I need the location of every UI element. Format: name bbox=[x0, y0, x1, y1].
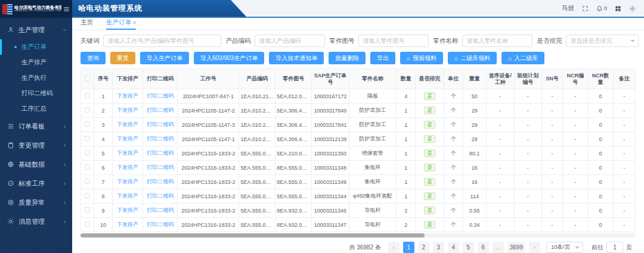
tab-home[interactable]: 主页 bbox=[80, 18, 93, 30]
重置-button[interactable]: 重置 bbox=[110, 52, 135, 64]
sidebar-subitem-生产排产[interactable]: 生产排产 bbox=[0, 55, 72, 70]
导入生产订单-button[interactable]: 导入生产订单 bbox=[140, 52, 189, 64]
row-checkbox[interactable] bbox=[81, 89, 94, 104]
tab-close-icon[interactable]: × bbox=[133, 20, 136, 26]
dispatch-link[interactable]: 下发排产 bbox=[113, 204, 143, 218]
二级库领料-button[interactable]: ⌂二级库领料 bbox=[448, 52, 497, 64]
first-device-cell: - bbox=[486, 175, 514, 189]
查询-button[interactable]: 查询 bbox=[80, 52, 106, 64]
part-no-cell: 8EA.932.0930 bbox=[275, 204, 312, 218]
dispatch-link[interactable]: 下发排产 bbox=[113, 175, 143, 189]
导入技术通知单-button[interactable]: 导入技术通知单 bbox=[269, 52, 324, 64]
sidebar-subitem-生产订单[interactable]: 生产订单 bbox=[0, 39, 72, 55]
sidebar-subitem-工序汇总[interactable]: 工序汇总 bbox=[0, 101, 72, 117]
table-row: 5下发排产打印二维码2024HPC1316-1833-25EA.555.0312… bbox=[81, 146, 636, 161]
print-qrcode-link[interactable]: 打印二维码 bbox=[143, 189, 177, 204]
row-checkbox[interactable] bbox=[81, 189, 94, 204]
print-qrcode-link[interactable]: 打印二维码 bbox=[143, 118, 177, 132]
goto-page-input[interactable] bbox=[606, 242, 623, 253]
print-qrcode-link[interactable]: 打印二维码 bbox=[143, 132, 177, 146]
part-no-cell: 5EA.306.4887 bbox=[275, 104, 312, 118]
print-qrcode-link[interactable]: 打印二维码 bbox=[143, 89, 177, 104]
dispatch-link[interactable]: 下发排产 bbox=[113, 118, 143, 132]
page-button-3[interactable]: 3 bbox=[433, 242, 444, 253]
remark-cell: - bbox=[613, 89, 635, 104]
qty-cell: 1 bbox=[397, 175, 416, 189]
team-plan-no-cell: - bbox=[515, 146, 542, 161]
print-qrcode-link[interactable]: 打印二维码 bbox=[143, 175, 177, 189]
sidebar-subitem-生产执行[interactable]: 生产执行 bbox=[0, 70, 72, 86]
sidebar-item-基础数据[interactable]: 基础数据 bbox=[0, 155, 72, 174]
入二级库-button[interactable]: ⌂入二级库 bbox=[501, 52, 544, 64]
sidebar-item-标准工序[interactable]: 标准工序 bbox=[0, 174, 72, 193]
part-name-cell: 导电杆 bbox=[349, 204, 396, 218]
dispatch-link[interactable]: 下发排产 bbox=[113, 161, 143, 175]
product-code-input[interactable] bbox=[255, 35, 325, 47]
select-all-checkbox[interactable] bbox=[81, 69, 94, 89]
page-button-2[interactable]: 2 bbox=[418, 242, 429, 253]
username[interactable]: 马煜 bbox=[562, 4, 574, 13]
sidebar-item-订单看板[interactable]: 订单看板 bbox=[0, 117, 72, 136]
row-checkbox[interactable] bbox=[81, 218, 94, 232]
part-name-input[interactable] bbox=[462, 35, 532, 47]
table-row: 2下发排产打印二维码2024HPC1105-1147-21EA.010.2091… bbox=[81, 104, 636, 118]
sidebar-subitem-打印二维码[interactable]: 打印二维码 bbox=[0, 86, 72, 101]
row-checkbox[interactable] bbox=[81, 161, 94, 175]
keyword-input[interactable] bbox=[103, 35, 221, 47]
column-header-重量: 重量 bbox=[463, 69, 486, 89]
fullscreen-icon[interactable] bbox=[582, 5, 589, 12]
批量删除-button[interactable]: 批量删除 bbox=[329, 52, 366, 64]
notification-bell-icon[interactable]: 0 bbox=[596, 5, 607, 12]
unit-cell: 个 bbox=[444, 146, 463, 161]
sidebar-item-变更管理[interactable]: 变更管理 bbox=[0, 136, 72, 155]
tab-production-orders[interactable]: 生产订单 × bbox=[106, 18, 136, 30]
app-title: 哈电动装管理系统 bbox=[78, 4, 143, 14]
settings-gear-icon[interactable] bbox=[629, 5, 636, 12]
page-size-select[interactable] bbox=[546, 242, 583, 253]
导出-button[interactable]: 导出 bbox=[370, 52, 395, 64]
part-no-input[interactable] bbox=[358, 35, 429, 47]
dispatch-link[interactable]: 下发排产 bbox=[113, 218, 143, 232]
target-icon bbox=[7, 199, 14, 206]
row-checkbox[interactable] bbox=[81, 104, 94, 118]
预留领料-button[interactable]: ⌂预留领料 bbox=[400, 52, 443, 64]
dispatch-link[interactable]: 下发排产 bbox=[113, 104, 143, 118]
print-qrcode-link[interactable]: 打印二维码 bbox=[143, 218, 177, 232]
horizontal-scrollbar[interactable] bbox=[80, 233, 636, 238]
page-button-6[interactable]: 6 bbox=[478, 242, 489, 253]
ncr-no-cell: - bbox=[563, 218, 588, 232]
row-checkbox[interactable] bbox=[81, 175, 94, 189]
sidebar-item-质量异常[interactable]: 质量异常 bbox=[0, 193, 72, 212]
row-checkbox[interactable] bbox=[81, 118, 94, 132]
row-checkbox[interactable] bbox=[81, 132, 94, 146]
print-qrcode-link[interactable]: 打印二维码 bbox=[143, 204, 177, 218]
unit-cell: 个 bbox=[444, 161, 463, 175]
more-pages-button[interactable]: ... bbox=[493, 242, 504, 253]
app-root: 哈尔滨电气动力装备有限公司 HARBIN ELECTRIC POWER EQUI… bbox=[0, 0, 644, 253]
chevron-right-icon bbox=[62, 219, 67, 224]
apps-grid-icon[interactable] bbox=[615, 5, 621, 12]
dispatch-link[interactable]: 下发排产 bbox=[113, 132, 143, 146]
page-button-4[interactable]: 4 bbox=[448, 242, 459, 253]
next-page-button[interactable]: › bbox=[529, 242, 540, 253]
print-qrcode-link[interactable]: 打印二维码 bbox=[143, 146, 177, 161]
table-row: 8下发排产打印二维码2024HPC1316-1833-25EA.555.0312… bbox=[81, 189, 636, 204]
print-qrcode-link[interactable]: 打印二维码 bbox=[143, 161, 177, 175]
sidebar-item-生产管理[interactable]: 生产管理 bbox=[0, 20, 72, 39]
page-button-5[interactable]: 5 bbox=[463, 242, 474, 253]
print-qrcode-link[interactable]: 打印二维码 bbox=[143, 104, 177, 118]
scheduled-select[interactable] bbox=[566, 35, 639, 47]
dispatch-link[interactable]: 下发排产 bbox=[113, 189, 143, 204]
row-checkbox[interactable] bbox=[81, 204, 94, 218]
sidebar-item-消息管理[interactable]: 消息管理 bbox=[0, 212, 72, 231]
row-checkbox[interactable] bbox=[81, 146, 94, 161]
dispatch-link[interactable]: 下发排产 bbox=[113, 89, 143, 104]
scheduled-tag: 是 bbox=[416, 146, 444, 161]
page-button-3699[interactable]: 3699 bbox=[507, 242, 525, 253]
page-button-1[interactable]: 1 bbox=[403, 242, 414, 253]
dispatch-link[interactable]: 下发排产 bbox=[113, 146, 143, 161]
collapse-menu-icon[interactable] bbox=[63, 6, 70, 13]
导入603/903生产订单-button[interactable]: 导入603/903生产订单 bbox=[194, 52, 264, 64]
prev-page-button[interactable]: ‹ bbox=[388, 242, 400, 253]
scrollbar-thumb[interactable] bbox=[80, 233, 425, 238]
